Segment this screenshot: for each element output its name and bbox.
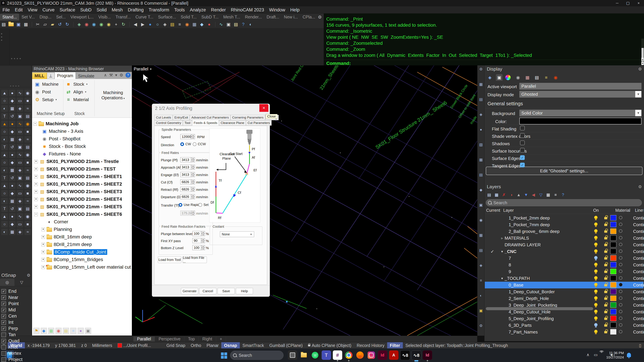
layer-linetype[interactable]: Continuous (633, 276, 644, 281)
calculator-icon[interactable]: ▣ (225, 21, 232, 28)
dialog-tab-cut-parameters[interactable]: Cut Parameters (246, 120, 272, 126)
layer-color-swatch[interactable] (610, 222, 616, 227)
filter-layers-icon[interactable]: ▽ (538, 192, 544, 198)
tool-unlock[interactable]: ▲ (1, 213, 8, 220)
layer-visibility-bulb[interactable] (594, 263, 598, 266)
dialog-tab-feeds-speeds[interactable]: Feeds & Speeds (192, 120, 219, 126)
tool-hide[interactable]: ↺ (9, 205, 16, 212)
layer-visibility-bulb[interactable] (594, 243, 598, 246)
display-mode-value[interactable]: Ghosted (519, 91, 642, 98)
layer-color-swatch[interactable] (610, 316, 616, 321)
dock-tab-icon[interactable]: ⚙ (478, 323, 484, 328)
display-monitor-icon[interactable]: ▣ (496, 74, 502, 81)
layer-visibility-bulb[interactable] (594, 276, 598, 280)
save-button[interactable]: Save (218, 288, 235, 294)
menu-edit[interactable]: Edit (12, 7, 25, 12)
menu-analyze[interactable]: Analyze (187, 7, 208, 12)
dock-tab-icon[interactable]: ▦ (478, 82, 484, 87)
tool-contour[interactable]: ○ (1, 221, 8, 228)
undo-icon[interactable]: ↺ (56, 21, 64, 28)
column-linetype[interactable]: Linetype (635, 208, 643, 213)
viewport-sphere-icon[interactable]: ◈ (486, 74, 493, 81)
tool-fillet-curve[interactable]: ▦ (9, 105, 16, 112)
menu-curve[interactable]: Curve (40, 7, 57, 12)
engage-ef-spinner[interactable]: ▲▼ (191, 172, 195, 177)
notification-bell-icon[interactable] (627, 353, 631, 357)
tree-expander[interactable]: + (34, 190, 38, 194)
layer-linetype[interactable]: Continuous (633, 323, 644, 328)
layer-color-swatch[interactable] (610, 255, 616, 261)
tool-intersect[interactable]: ▭ (16, 221, 24, 228)
tree-expander[interactable]: + (42, 258, 45, 261)
layer-color-swatch[interactable] (610, 249, 616, 254)
layer-color-swatch[interactable] (610, 215, 616, 221)
tool-mirror[interactable]: ■ (24, 190, 31, 197)
layer-material-icon[interactable] (619, 229, 622, 233)
zoom-extents-icon[interactable]: ◈ (76, 21, 83, 28)
script-editor-icon[interactable]: ∿ (218, 21, 225, 28)
in-process-stock-icon[interactable]: ▣ (85, 328, 91, 334)
tool-lasso[interactable]: ◆ (9, 159, 16, 166)
load-from-tool-button[interactable]: Load from Tool (158, 256, 181, 263)
layer-lock-icon[interactable] (604, 230, 607, 233)
toolbar-tab-curve-t[interactable]: Curve T... (133, 13, 156, 20)
tab-program[interactable]: Program (54, 72, 76, 79)
layer-material-icon[interactable] (619, 263, 622, 266)
layer-visibility-bulb[interactable] (594, 290, 598, 293)
taskbar-clock[interactable]: 11:36 PM10/27/2024 (606, 351, 624, 360)
dock-tab-icon[interactable]: ▦ (478, 157, 484, 162)
dock-tab-icon[interactable]: ▦ (478, 233, 484, 238)
status-toggle-smarttrack[interactable]: SmartTrack (240, 342, 266, 349)
tree-expander[interactable]: + (42, 243, 45, 246)
tool-isolate[interactable]: T (1, 205, 8, 212)
dock-tab-icon[interactable]: ▤ (478, 248, 484, 253)
layer-material-icon[interactable] (619, 283, 622, 286)
tree-expander[interactable]: + (42, 228, 45, 231)
toolbar-tab-solid-t[interactable]: Solid T... (178, 13, 199, 20)
dock-tab-icon[interactable]: ⚙ (478, 67, 484, 72)
tool-offset-surface[interactable]: ▲ (1, 182, 8, 189)
gear-icon[interactable]: ⚙ (27, 273, 30, 278)
toolbar-tab-mesh-t[interactable]: Mesh T... (221, 13, 242, 20)
ribbon-post[interactable]: ◉Post (34, 89, 51, 95)
shop-docs-icon[interactable]: ≡ (70, 328, 76, 334)
dock-tab-icon[interactable]: ◉ (478, 218, 484, 223)
cut-cf-spinner[interactable]: ▲▼ (191, 179, 195, 184)
dialog-close-button[interactable]: × (259, 104, 268, 112)
layer-visibility-bulb[interactable] (594, 296, 598, 300)
tree-item-sk01-plywood-21mm-sheet4[interactable]: +▧SK01_PLYWOOD 21mm - SHEET4 (32, 196, 122, 203)
tool-symmetry[interactable]: ▭ (16, 190, 24, 197)
ribbon-setup[interactable]: ⚙Setup▾ (34, 97, 57, 102)
layer-lock-icon[interactable] (604, 291, 607, 293)
ribbon-align[interactable]: ⇄Align▾ (66, 89, 86, 95)
layer-linetype[interactable]: Continuous (633, 236, 644, 241)
machining-objects-icon[interactable]: ⚑ (34, 328, 40, 334)
layer-color-swatch[interactable] (610, 262, 616, 267)
taskbar-search[interactable]: Search (230, 351, 284, 360)
layer-lock-icon[interactable] (604, 251, 607, 253)
tool-rectangle[interactable]: ■ (24, 97, 31, 104)
layer-linetype[interactable]: Continuous (633, 229, 644, 234)
layer-lock-icon[interactable] (604, 237, 607, 239)
layer-material-icon[interactable] (619, 323, 622, 327)
direction-ccw[interactable]: CCW (193, 142, 206, 146)
speed-input[interactable]: 12000 (180, 134, 191, 139)
layer-lock-icon[interactable] (604, 224, 607, 226)
layer-visibility-bulb[interactable] (594, 270, 598, 273)
teams-icon[interactable]: T (322, 351, 331, 360)
open-file-icon[interactable] (8, 21, 15, 28)
tool-refit[interactable]: ▦ (9, 228, 16, 235)
toolbar-tab-viewport-l[interactable]: Viewport L... (68, 13, 96, 20)
tool-section[interactable]: ◉ (24, 213, 31, 220)
layer-lock-icon[interactable] (604, 298, 607, 300)
surface-isocurves-checkbox[interactable] (520, 148, 525, 153)
menu-tools[interactable]: Tools (172, 7, 187, 12)
layer-row-5-deep-joint-profiling[interactable]: 5_Deep_Joint_ProfilingContinuous (485, 315, 644, 322)
grid-toggle-icon[interactable]: ▦ (191, 21, 198, 28)
coordinate-y[interactable]: y 1760.381 (52, 342, 78, 349)
notes-icon[interactable]: ▤ (232, 21, 240, 28)
tool-blend-surface[interactable]: ◉ (24, 182, 31, 189)
engage-ef-input[interactable]: 3413 (180, 172, 191, 177)
tool-match-surface[interactable]: ○ (1, 190, 8, 197)
layer-visibility-bulb[interactable] (594, 330, 598, 333)
